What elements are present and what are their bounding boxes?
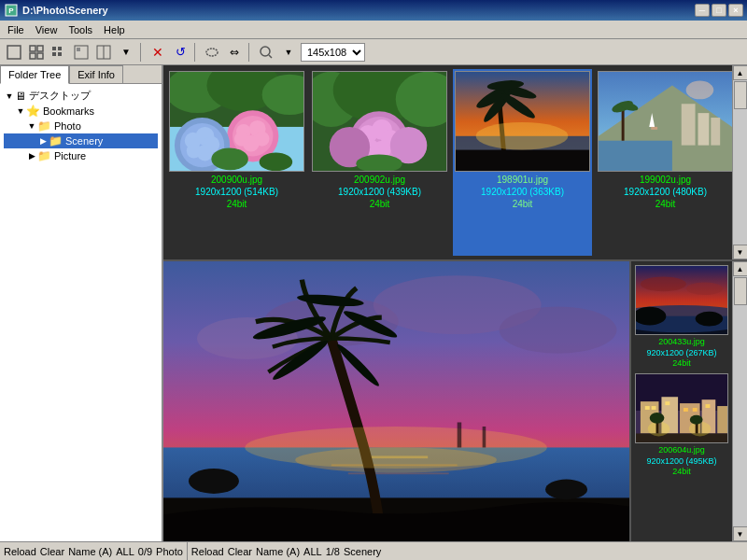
expand-picture: ▶ [26, 151, 37, 161]
toolbar-lasso[interactable] [202, 42, 222, 63]
toolbar-dropdown[interactable]: ▼ [116, 42, 136, 63]
menu-file[interactable]: File [2, 22, 30, 37]
maximize-button[interactable]: □ [712, 4, 726, 17]
scenery-label: Scenery [65, 135, 103, 147]
toolbar-refresh[interactable]: ↺ [170, 42, 190, 63]
thumb-items-container: 200900u.jpg 1920x1200 (514KB) 24bit [163, 65, 732, 259]
menu-tools[interactable]: Tools [63, 22, 98, 37]
thumb-item-0[interactable]: 200900u.jpg 1920x1200 (514KB) 24bit [167, 69, 306, 256]
status-all-right[interactable]: ALL [303, 546, 322, 557]
svg-point-87 [545, 480, 587, 500]
minimize-button[interactable]: ─ [695, 4, 710, 17]
tree-item-desktop[interactable]: ▼ 🖥 デスクトップ [4, 88, 158, 104]
svg-rect-65 [682, 104, 696, 145]
desktop-label: デスクトップ [29, 89, 91, 103]
status-all-left[interactable]: ALL [116, 546, 134, 557]
toolbar-view3[interactable] [49, 42, 69, 63]
thumb-right-item-0[interactable]: 200433u.jpg 920x1200 (267KB) 24bit [635, 265, 728, 370]
svg-rect-73 [651, 127, 657, 130]
thumb-scroll-area[interactable]: 200900u.jpg 1920x1200 (514KB) 24bit [163, 65, 732, 259]
tree-item-picture[interactable]: ▶ 📁 Picture [4, 148, 158, 163]
svg-point-118 [689, 422, 712, 437]
tree-item-photo[interactable]: ▼ 📁 Photo [4, 119, 158, 133]
tab-exif-info[interactable]: Exif Info [69, 65, 123, 83]
scroll-track [733, 80, 748, 245]
svg-rect-95 [483, 427, 486, 447]
scroll-up[interactable]: ▲ [733, 65, 748, 80]
svg-rect-94 [458, 422, 461, 447]
status-name-right[interactable]: Name (A) [256, 546, 300, 557]
tree-item-bookmarks[interactable]: ▼ ⭐ Bookmarks [4, 104, 158, 119]
thumb-strip-scrollbar[interactable]: ▲ ▼ [732, 65, 747, 259]
thumb-info-2: 198901u.jpg 1920x1200 (363KB) 24bit [481, 174, 564, 210]
toolbar-zoom[interactable] [256, 42, 276, 63]
tab-folder-tree[interactable]: Folder Tree [0, 65, 69, 84]
left-panel: Folder Tree Exif Info ▼ 🖥 デスクトップ ▼ ⭐ Boo… [0, 65, 163, 541]
svg-point-102 [686, 282, 723, 295]
right-scroll-up[interactable]: ▲ [733, 261, 748, 276]
status-reload-right[interactable]: Reload [191, 546, 224, 557]
svg-point-15 [206, 49, 218, 56]
toolbar-separator-3 [248, 43, 252, 62]
svg-rect-69 [622, 108, 625, 141]
status-right: Reload Clear Name (A) ALL 1/8 Scenery [188, 542, 385, 560]
toolbar-transform[interactable]: ⇔ [224, 42, 245, 63]
toolbar-view5[interactable] [93, 42, 114, 63]
right-panel-scrollbar[interactable]: ▲ ▼ [732, 261, 747, 541]
expand-bookmarks: ▼ [15, 106, 26, 116]
right-scroll-down[interactable]: ▼ [733, 526, 748, 541]
close-button[interactable]: × [728, 4, 743, 17]
status-name-left[interactable]: Name (A) [68, 546, 112, 557]
thumb-right-item-1[interactable]: 200604u.jpg 920x1200 (495KB) 24bit [635, 373, 728, 478]
right-scroll-thumb[interactable] [734, 277, 747, 305]
toolbar-view1[interactable] [4, 42, 24, 63]
title-text: D:\Photo\Scenery [22, 5, 695, 16]
size-selector[interactable]: 145x108 200x150 100x75 [301, 43, 365, 62]
status-count-left: 0/9 [138, 546, 152, 557]
thumb-item-1[interactable]: 200902u.jpg 1920x1200 (439KB) 24bit [310, 69, 449, 256]
menu-help[interactable]: Help [98, 22, 131, 37]
toolbar-view4[interactable] [71, 42, 92, 63]
svg-point-16 [261, 47, 270, 56]
svg-point-62 [476, 122, 569, 150]
title-bar: P D:\Photo\Scenery ─ □ × [0, 0, 747, 21]
svg-rect-113 [684, 408, 688, 412]
svg-point-93 [245, 427, 547, 469]
toolbar-view2[interactable] [26, 42, 47, 63]
tree-item-scenery[interactable]: ▶ 📁 Scenery [4, 133, 158, 148]
photo-folder-icon: 📁 [37, 119, 51, 133]
svg-point-120 [650, 413, 665, 424]
svg-rect-68 [599, 141, 672, 172]
status-clear-left[interactable]: Clear [40, 546, 64, 557]
toolbar-zoom-dropdown[interactable]: ▼ [278, 42, 299, 63]
scenery-folder-icon: 📁 [49, 134, 63, 147]
svg-rect-8 [58, 47, 62, 50]
preview-image [163, 261, 629, 541]
thumb-item-3[interactable]: 199002u.jpg 1920x1200 (480KB) 24bit [596, 69, 732, 256]
thumb-img-3 [598, 71, 732, 172]
right-scroll-track [733, 276, 748, 526]
svg-rect-5 [30, 53, 35, 59]
expand-photo: ▼ [26, 121, 37, 131]
status-reload-left[interactable]: Reload [4, 546, 36, 557]
thumb-info-0: 200900u.jpg 1920x1200 (514KB) 24bit [195, 174, 278, 210]
size-select[interactable]: 145x108 200x150 100x75 [301, 43, 365, 62]
menu-view[interactable]: View [30, 22, 63, 37]
svg-point-74 [686, 81, 714, 100]
thumb-right-img-0 [635, 265, 728, 335]
thumb-right-info-0: 200433u.jpg 920x1200 (267KB) 24bit [646, 337, 716, 370]
thumb-item-2[interactable]: 198901u.jpg 1920x1200 (363KB) 24bit [453, 69, 592, 256]
window-controls: ─ □ × [695, 4, 743, 17]
svg-rect-110 [645, 406, 650, 410]
scroll-thumb[interactable] [734, 81, 747, 109]
svg-point-86 [189, 469, 239, 494]
status-clear-right[interactable]: Clear [228, 546, 252, 557]
scroll-down[interactable]: ▼ [733, 245, 748, 259]
toolbar-delete[interactable]: ✕ [148, 42, 168, 63]
bookmarks-label: Bookmarks [43, 105, 94, 117]
svg-rect-10 [58, 52, 62, 56]
svg-point-36 [187, 144, 202, 159]
toolbar-separator-1 [140, 43, 144, 62]
svg-text:P: P [8, 7, 14, 15]
svg-point-38 [260, 153, 293, 172]
